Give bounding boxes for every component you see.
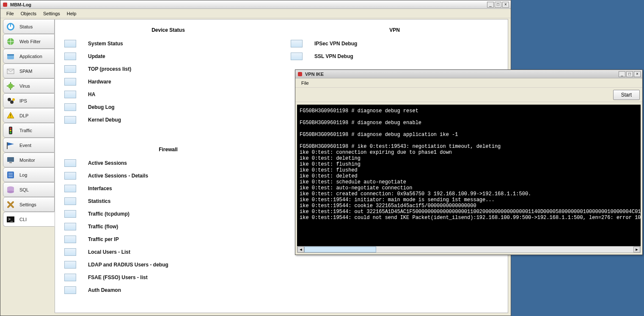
web-filter-icon	[6, 37, 15, 46]
sidebar-tab-sql[interactable]: SQL	[3, 182, 55, 197]
firewall-row: Active Sessions	[63, 157, 273, 169]
device-status-label: HA	[88, 91, 95, 97]
vpn-label: SSL VPN Debug	[314, 53, 353, 59]
firewall-checkbox[interactable]	[64, 248, 76, 256]
sidebar-tab-cli[interactable]: >_CLI	[3, 212, 55, 227]
firewall-label: Interfaces	[88, 186, 112, 191]
sidebar-tab-application[interactable]: Application	[3, 49, 55, 64]
main-maximize-button[interactable]: □	[495, 2, 501, 8]
sql-icon	[6, 185, 15, 194]
firewall-row: Traffic (flow)	[63, 220, 273, 233]
device-status-row: TOP (process list)	[63, 63, 273, 75]
firewall-checkbox[interactable]	[64, 223, 76, 230]
scroll-left-arrow[interactable]: ◄	[297, 247, 304, 252]
firewall-checkbox[interactable]	[64, 172, 76, 180]
horizontal-scrollbar[interactable]: ◄ ►	[297, 246, 641, 253]
firewall-checkbox[interactable]	[64, 210, 76, 218]
popup-close-button[interactable]: ×	[634, 71, 641, 77]
svg-point-15	[12, 98, 15, 101]
firewall-row: FSAE (FSSO) Users - list	[63, 271, 273, 284]
popup-toolbar: Start	[295, 88, 642, 102]
terminal-wrap: FG50BH3G09601198 # diagnose debug reset …	[297, 105, 641, 246]
menu-settings[interactable]: Settings	[40, 10, 63, 17]
device-status-checkbox[interactable]	[64, 78, 76, 86]
sidebar-label: DLP	[19, 113, 28, 118]
firewall-checkbox[interactable]	[64, 197, 76, 205]
start-button[interactable]: Start	[613, 90, 640, 100]
popup-menubar: File	[295, 78, 642, 88]
menu-file[interactable]: File	[3, 10, 17, 17]
power-icon	[6, 22, 15, 31]
firewall-checkbox[interactable]	[64, 274, 76, 281]
sidebar-label: Web Filter	[19, 39, 41, 44]
vpn-row: SSL VPN Debug	[290, 50, 499, 63]
device-status-label: TOP (process list)	[88, 66, 131, 72]
scroll-right-arrow[interactable]: ►	[633, 247, 640, 252]
sidebar-label: Event	[19, 143, 31, 148]
popup-menu-file[interactable]: File	[298, 79, 312, 87]
scroll-track[interactable]	[304, 247, 633, 252]
event-icon	[6, 141, 15, 150]
sidebar-label: Virus	[19, 83, 30, 89]
device-status-checkbox[interactable]	[64, 40, 76, 47]
menu-help[interactable]: Help	[63, 10, 80, 17]
firewall-row: Local Users - List	[63, 246, 273, 258]
svg-point-20	[10, 130, 11, 131]
svg-point-13	[8, 98, 11, 101]
sidebar-tab-spam[interactable]: SPAM	[3, 64, 55, 78]
sidebar-tab-web-filter[interactable]: Web Filter	[3, 34, 55, 49]
device-status-label: Kernel Debug	[88, 117, 121, 123]
device-status-checkbox[interactable]	[64, 91, 76, 98]
popup-maximize-button[interactable]: □	[626, 71, 633, 77]
sidebar-tab-settings[interactable]: Settings	[3, 197, 55, 212]
sidebar-label: Status	[19, 24, 33, 29]
menu-objects[interactable]: Objects	[17, 10, 40, 17]
firewall-label: Local Users - List	[88, 249, 130, 255]
sidebar-label: Traffic	[19, 128, 32, 133]
sidebar-tab-traffic[interactable]: Traffic	[3, 123, 55, 138]
main-titlebar: MBM-Log _ □ ×	[0, 0, 511, 9]
vpn-ike-window: VPN IKE _ □ × File Start FG50BH3G0960119…	[295, 69, 643, 255]
sidebar-label: CLI	[19, 217, 27, 222]
sidebar-tab-ips[interactable]: IPS	[3, 93, 55, 108]
firewall-heading: Firewall	[63, 143, 273, 157]
sidebar-tab-status[interactable]: Status	[3, 19, 55, 34]
svg-point-14	[10, 100, 14, 104]
svg-rect-35	[298, 72, 302, 76]
device-status-checkbox[interactable]	[64, 103, 76, 111]
main-close-button[interactable]: ×	[502, 2, 509, 8]
popup-titlebar: VPN IKE _ □ ×	[295, 70, 642, 78]
firewall-row: Statistics	[63, 195, 273, 208]
firewall-label: Traffic per IP	[88, 236, 119, 242]
sidebar-tab-monitor[interactable]: Monitor	[3, 152, 55, 167]
device-status-checkbox[interactable]	[64, 116, 76, 124]
vpn-checkbox[interactable]	[291, 40, 303, 47]
firewall-checkbox[interactable]	[64, 286, 76, 294]
main-minimize-button[interactable]: _	[487, 2, 494, 8]
device-status-label: Hardware	[88, 79, 111, 85]
firewall-checkbox[interactable]	[64, 159, 76, 167]
sidebar-tab-log[interactable]: Log	[3, 167, 55, 182]
application-icon	[6, 52, 15, 61]
sidebar-tab-virus[interactable]: Virus	[3, 78, 55, 93]
svg-rect-6	[7, 54, 14, 55]
vpn-checkbox[interactable]	[291, 53, 303, 60]
firewall-label: FSAE (FSSO) Users - list	[88, 274, 148, 280]
sidebar-label: SPAM	[19, 69, 32, 74]
firewall-row: Active Sessions - Details	[63, 169, 273, 182]
sidebar-tab-dlp[interactable]: !DLP	[3, 108, 55, 123]
device-status-checkbox[interactable]	[64, 65, 76, 73]
popup-minimize-button[interactable]: _	[619, 71, 625, 77]
firewall-checkbox[interactable]	[64, 185, 76, 192]
svg-point-19	[10, 128, 11, 129]
device-status-checkbox[interactable]	[64, 53, 76, 60]
scroll-thumb[interactable]	[304, 247, 376, 252]
firewall-checkbox[interactable]	[64, 261, 76, 269]
sidebar-tab-event[interactable]: Event	[3, 138, 55, 152]
firewall-label: Active Sessions - Details	[88, 173, 148, 179]
sidebar-label: SQL	[19, 187, 29, 192]
firewall-row: Traffic per IP	[63, 233, 273, 246]
main-title: MBM-Log	[10, 2, 487, 7]
device-status-row: Kernel Debug	[63, 114, 273, 126]
firewall-checkbox[interactable]	[64, 236, 76, 243]
